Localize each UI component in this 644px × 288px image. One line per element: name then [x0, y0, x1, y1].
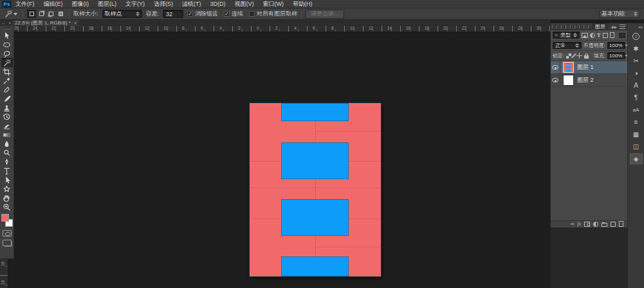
- workspace-switcher[interactable]: 基本功能: [599, 10, 640, 18]
- eraser-tool[interactable]: [1, 121, 13, 130]
- layer-mask-icon[interactable]: [584, 222, 590, 227]
- filter-kind-select[interactable]: 类型: [553, 32, 580, 39]
- screen-mode-button[interactable]: [3, 240, 12, 246]
- marquee-tool[interactable]: [1, 40, 13, 49]
- layer-row-1[interactable]: 图层 1: [551, 61, 627, 74]
- smart-object-filter-icon[interactable]: [610, 32, 614, 38]
- menu-select[interactable]: 选择(S): [154, 0, 173, 8]
- eye-icon[interactable]: [552, 65, 558, 70]
- checkbox-anti-alias[interactable]: ✓消除锯齿: [187, 10, 218, 18]
- quick-mask-button[interactable]: [3, 230, 12, 236]
- menu-layer[interactable]: 图层(L): [98, 0, 116, 8]
- layer-group-icon[interactable]: [602, 223, 607, 227]
- menu-help[interactable]: 帮助(H): [293, 0, 313, 8]
- layer-style-icon[interactable]: fx: [577, 222, 581, 227]
- add-to-selection-button[interactable]: [37, 10, 46, 18]
- toolbar-grip[interactable]: [0, 26, 14, 31]
- lock-paint-icon[interactable]: [573, 53, 575, 59]
- menu-image[interactable]: 图像(I): [72, 0, 89, 8]
- tolerance-input[interactable]: 32: [163, 10, 183, 18]
- collapse-panel-icon[interactable]: ▶▶: [612, 24, 618, 29]
- opacity-input[interactable]: 100%: [607, 42, 625, 49]
- lock-transparency-icon[interactable]: [566, 53, 571, 59]
- shape-tool[interactable]: [1, 184, 13, 193]
- eye-icon[interactable]: [552, 78, 558, 82]
- tool-preset-caret-icon: [14, 13, 17, 15]
- options-bar: 取样大小: 取样点 容差: 32 ✓消除锯齿✓连续对所有图层取样 调整边缘...…: [0, 8, 644, 20]
- healing-brush-tool[interactable]: [1, 85, 13, 94]
- menu-threed[interactable]: 3D(D): [210, 1, 226, 7]
- subtract-from-selection-button[interactable]: [46, 10, 55, 18]
- adjustment-filter-icon[interactable]: [590, 33, 595, 38]
- visibility-cell[interactable]: [551, 61, 560, 74]
- magic-wand-tool[interactable]: [1, 58, 13, 67]
- lock-all-icon[interactable]: [584, 53, 589, 59]
- adjustments-panel-icon[interactable]: ✱: [630, 43, 643, 54]
- menu-file[interactable]: 文件(F): [15, 0, 35, 8]
- menu-edit[interactable]: 编辑(E): [44, 0, 63, 8]
- info-panel-icon[interactable]: i: [630, 31, 643, 42]
- eyedropper-tool[interactable]: [1, 76, 13, 85]
- new-layer-icon[interactable]: [611, 222, 616, 227]
- menu-view[interactable]: 视图(V): [235, 0, 254, 8]
- menu-window[interactable]: 窗口(W): [263, 0, 284, 8]
- masks-panel-icon[interactable]: ◑: [630, 68, 643, 79]
- canvas[interactable]: [250, 103, 381, 276]
- refine-edge-button[interactable]: 调整边缘...: [306, 10, 344, 19]
- brush-tool[interactable]: [1, 94, 13, 103]
- horizontal-ruler[interactable]: 2624222018161412108642024681012141618202…: [8, 26, 550, 32]
- panel-menu-icon[interactable]: [620, 24, 625, 29]
- expand-panels-icon[interactable]: ◂◂: [628, 23, 644, 30]
- layer-row-2[interactable]: 图层 2: [551, 74, 627, 87]
- dodge-tool[interactable]: [1, 148, 13, 157]
- shape-filter-icon[interactable]: [603, 33, 608, 38]
- layer-thumbnail[interactable]: [563, 75, 574, 86]
- blur-tool[interactable]: [1, 139, 13, 148]
- active-tool-preview[interactable]: [3, 9, 19, 19]
- document-tab[interactable]: 22.5% (图层 1, RGB/8) * ×: [12, 20, 79, 26]
- tab-mini-close-icon[interactable]: ×: [8, 21, 11, 25]
- adjustment-layer-icon[interactable]: [593, 222, 598, 227]
- link-layers-icon[interactable]: ∞: [571, 222, 575, 227]
- foreground-color-swatch[interactable]: [1, 214, 9, 222]
- new-selection-button[interactable]: [27, 10, 36, 18]
- type-tool[interactable]: [1, 166, 13, 175]
- fill-input[interactable]: 100%: [607, 52, 625, 59]
- lasso-tool[interactable]: [1, 49, 13, 58]
- menu-filter[interactable]: 滤镜(T): [182, 0, 201, 8]
- pixel-filter-icon[interactable]: [582, 33, 588, 38]
- histogram-panel-icon[interactable]: ◫: [630, 141, 643, 152]
- clone-source-panel-icon[interactable]: ▦: [630, 129, 643, 140]
- type-filter-icon[interactable]: T: [597, 32, 601, 39]
- properties-panel-icon[interactable]: ≡: [630, 117, 643, 128]
- ruler-label: 30: [537, 26, 541, 30]
- layers-panel-icon[interactable]: ◈: [630, 153, 643, 164]
- character-panel-icon[interactable]: A: [630, 80, 643, 91]
- delete-layer-icon[interactable]: [619, 222, 623, 227]
- filter-toggle-icon[interactable]: [619, 33, 625, 38]
- paragraph-panel-icon[interactable]: ¶: [630, 92, 643, 103]
- intersect-selection-button[interactable]: [56, 10, 65, 18]
- layer-thumbnail[interactable]: [563, 62, 574, 73]
- history-brush-tool[interactable]: [1, 112, 13, 121]
- tab-float-icon[interactable]: ↔: [1, 21, 6, 25]
- visibility-cell[interactable]: [551, 74, 560, 87]
- tab-close-icon[interactable]: ×: [74, 20, 77, 26]
- crop-tool[interactable]: [1, 67, 13, 76]
- menu-type[interactable]: 文字(Y): [125, 0, 145, 8]
- zoom-tool[interactable]: [1, 202, 13, 211]
- glyphs-panel-icon[interactable]: aA: [630, 104, 643, 115]
- clone-stamp-tool[interactable]: [1, 103, 13, 112]
- scissors-panel-icon[interactable]: ✂: [630, 55, 643, 66]
- pen-tool[interactable]: [1, 157, 13, 166]
- checkbox-contiguous[interactable]: ✓连续: [224, 10, 243, 18]
- layers-panel-tab[interactable]: 图层: [592, 23, 609, 30]
- sample-size-select[interactable]: 取样点: [102, 10, 142, 18]
- gradient-tool[interactable]: [1, 130, 13, 139]
- path-selection-tool[interactable]: [1, 175, 13, 184]
- blend-mode-select[interactable]: 正常: [553, 42, 582, 49]
- checkbox-sample-all-layers[interactable]: 对所有图层取样: [249, 10, 297, 18]
- hand-tool[interactable]: [1, 193, 13, 202]
- move-tool[interactable]: [1, 31, 13, 40]
- lock-position-icon[interactable]: [576, 53, 582, 59]
